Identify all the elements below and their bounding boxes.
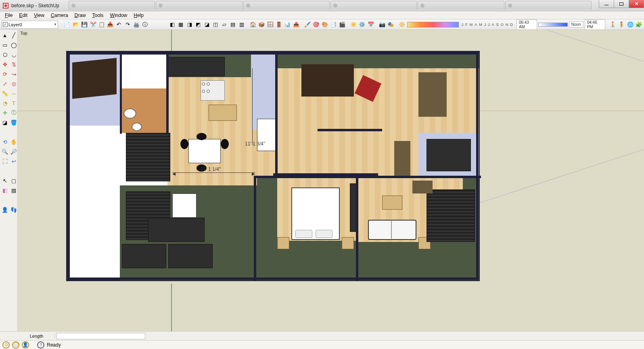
materials-icon[interactable]: ▨ <box>10 186 18 194</box>
pushpull-icon[interactable]: ⇅ <box>10 60 18 68</box>
protractor-icon[interactable]: ◔ <box>1 99 9 107</box>
zoom-window-icon[interactable]: 🔎 <box>10 147 18 156</box>
tool-print-icon[interactable]: 🖨️ <box>133 21 140 29</box>
arc-icon[interactable]: ◡ <box>10 50 18 59</box>
time-slider[interactable] <box>538 23 568 27</box>
credits-icon[interactable]: ⊙ <box>2 341 10 349</box>
shadow-settings-icon[interactable]: ⚙️ <box>358 21 366 29</box>
match-icon[interactable]: 🎯 <box>312 21 320 29</box>
scale-icon[interactable]: ⤢ <box>1 80 9 88</box>
select-icon[interactable]: ▲ <box>1 31 9 39</box>
eraser-icon[interactable]: ◧ <box>1 186 9 194</box>
maximize-button[interactable] <box>614 0 629 8</box>
outline-icon[interactable]: ▢ <box>10 177 18 185</box>
text-icon[interactable]: T <box>10 99 18 107</box>
pan-icon[interactable]: ✋ <box>10 138 18 146</box>
tool-open-icon[interactable]: 📂 <box>72 21 79 29</box>
axes-icon[interactable]: ✛ <box>1 109 9 117</box>
tool-cut-icon[interactable]: ✂️ <box>89 21 96 29</box>
help-icon[interactable]: ? <box>37 341 44 349</box>
person-icon[interactable]: 🚶 <box>609 21 616 29</box>
menu-tools[interactable]: Tools <box>89 12 107 19</box>
menu-file[interactable]: File <box>2 12 16 19</box>
layer-name-input[interactable] <box>8 21 53 28</box>
menu-draw[interactable]: Draw <box>71 12 89 19</box>
walk-icon[interactable]: 👣 <box>10 206 18 214</box>
top-icon[interactable]: ▦ <box>177 21 184 29</box>
position-camera-icon[interactable]: 👤 <box>1 206 9 214</box>
menu-window[interactable]: Window <box>107 12 131 19</box>
line-icon[interactable]: ╱ <box>10 31 18 39</box>
tool-new-icon[interactable]: 📄 <box>63 21 71 29</box>
length-input[interactable] <box>56 333 145 339</box>
layer-dropdown[interactable]: ✓ ▼ <box>2 21 58 29</box>
circle-icon[interactable]: ◯ <box>10 41 18 49</box>
browser-tab[interactable] <box>243 1 330 10</box>
sun-icon[interactable]: 🔆 <box>398 21 406 29</box>
browser-tab[interactable] <box>330 1 417 10</box>
minimize-button[interactable] <box>599 0 614 8</box>
layer-visible-checkbox[interactable]: ✓ <box>3 22 8 27</box>
tool-undo-icon[interactable]: ↶ <box>115 21 123 29</box>
rectangle-icon[interactable]: ▭ <box>1 41 9 49</box>
export-icon[interactable]: 📤 <box>293 21 300 29</box>
hidden-icon[interactable]: ▤ <box>229 21 236 29</box>
layer-icon[interactable]: 📑 <box>330 21 337 29</box>
section-icon[interactable]: ◪ <box>1 118 9 126</box>
shadow-date-icon[interactable]: 📅 <box>367 21 374 29</box>
scene-icon[interactable]: 🎬 <box>339 21 346 29</box>
tool-paste-icon[interactable]: 📥 <box>107 21 114 29</box>
tool-save-icon[interactable]: 💾 <box>81 21 88 29</box>
zoom-icon[interactable]: 🔍 <box>1 147 9 156</box>
wireframe-icon[interactable]: ▱ <box>220 21 228 29</box>
person-icon[interactable]: 👤 <box>22 341 29 349</box>
browser-tab[interactable] <box>418 1 504 10</box>
component-icon[interactable]: 📦 <box>258 21 265 29</box>
dimension-icon[interactable]: ↔ <box>10 89 18 97</box>
info-icon[interactable]: ⓘ <box>12 341 19 349</box>
front-icon[interactable]: ◨ <box>186 21 193 29</box>
followme-icon[interactable]: ↝ <box>10 70 18 78</box>
3dtext-icon[interactable]: Ⓣ <box>10 109 18 117</box>
floorplan-model[interactable]: 13' 1 1/4" 11' 1 3/4" <box>66 51 480 281</box>
paint-icon[interactable]: 🖌️ <box>304 21 311 29</box>
person2-icon[interactable]: 🧍 <box>618 21 625 29</box>
zoom-extents-icon[interactable]: ⛶ <box>1 157 9 165</box>
shaded-icon[interactable]: ▥ <box>238 21 245 29</box>
tool-copy-icon[interactable]: 📋 <box>98 21 105 29</box>
close-button[interactable]: ✕ <box>629 0 644 8</box>
browser-tab[interactable] <box>69 1 155 10</box>
camera-icon[interactable]: 📷 <box>378 21 386 29</box>
polygon-icon[interactable]: ⬡ <box>1 50 9 59</box>
shadow-toggle-icon[interactable]: ☀️ <box>350 21 357 29</box>
left-icon[interactable]: ◫ <box>212 21 219 29</box>
window-icon[interactable]: 🪟 <box>266 21 274 29</box>
offset-icon[interactable]: ◎ <box>10 80 18 88</box>
browser-tab[interactable] <box>156 1 242 10</box>
menu-help[interactable]: Help <box>130 12 147 19</box>
move-icon[interactable]: ✥ <box>1 60 9 68</box>
paint-bucket-icon[interactable]: 🪣 <box>10 118 18 126</box>
menu-view[interactable]: View <box>31 12 48 19</box>
iso-icon[interactable]: ◧ <box>169 21 176 29</box>
browser-tab[interactable] <box>505 1 592 10</box>
rotate-icon[interactable]: ⟳ <box>1 70 9 78</box>
tool-redo-icon[interactable]: ↷ <box>124 21 131 29</box>
extension-icon[interactable]: 🧩 <box>635 21 642 29</box>
orbit-icon[interactable]: ⟲ <box>1 138 9 146</box>
chevron-down-icon[interactable]: ▼ <box>54 23 57 26</box>
arrow-icon[interactable]: ↖ <box>1 177 9 185</box>
previous-icon[interactable]: ↩ <box>10 157 18 165</box>
house-icon[interactable]: 🏠 <box>249 21 256 29</box>
menu-edit[interactable]: Edit <box>16 12 31 19</box>
report-icon[interactable]: 📊 <box>284 21 291 29</box>
menu-camera[interactable]: Camera <box>48 12 71 19</box>
right-icon[interactable]: ◩ <box>194 21 202 29</box>
date-slider[interactable] <box>407 22 459 27</box>
back-icon[interactable]: ◪ <box>203 21 210 29</box>
texture-icon[interactable]: 🎨 <box>321 21 328 29</box>
tool-model-info-icon[interactable]: ⓘ <box>141 21 148 29</box>
door-icon[interactable]: 🚪 <box>275 21 282 29</box>
style-icon[interactable]: 🎭 <box>387 21 394 29</box>
tape-icon[interactable]: 📏 <box>1 89 9 97</box>
